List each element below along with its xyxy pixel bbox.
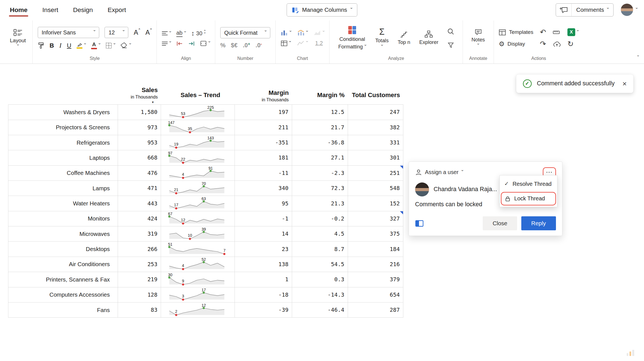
decrease-indent-button[interactable] <box>176 41 183 46</box>
sales-cell[interactable]: 83 <box>118 303 161 317</box>
margin-cell[interactable]: 340 <box>235 181 292 196</box>
row-label-cell[interactable]: Refrigerators <box>8 135 118 150</box>
row-label-cell[interactable]: Washers & Dryers <box>8 105 118 119</box>
customers-cell[interactable]: 327 <box>348 211 403 226</box>
margin-pct-cell[interactable]: 4.5 <box>292 226 348 241</box>
display-button[interactable]: ⚙ Display <box>499 41 525 48</box>
sales-cell[interactable]: 424 <box>118 211 161 226</box>
trend-cell[interactable]: 491 <box>161 166 235 180</box>
margin-cell[interactable]: -11 <box>235 166 292 180</box>
margin-pct-cell[interactable]: -46.4 <box>292 303 348 317</box>
margin-cell[interactable]: 1 <box>235 272 292 287</box>
margin-pct-cell[interactable]: 72.3 <box>292 181 348 196</box>
row-label-cell[interactable]: Laptops <box>8 150 118 165</box>
margin-pct-cell[interactable]: -0.2 <box>292 211 348 226</box>
sales-cell[interactable]: 319 <box>118 226 161 241</box>
trend-cell[interactable]: 19143 <box>161 135 235 150</box>
clear-format-button[interactable]: ˇ <box>120 43 131 48</box>
tab-export[interactable]: Export <box>108 0 126 19</box>
sales-cell[interactable]: 253 <box>118 257 161 272</box>
trend-cell[interactable]: 452 <box>161 257 235 272</box>
decimal-places-button[interactable]: 1.2 <box>314 40 325 46</box>
trend-cell[interactable]: 1763 <box>161 196 235 211</box>
trend-cell[interactable]: 1267 <box>161 211 235 226</box>
account-menu-button[interactable]: ˇ <box>621 4 637 16</box>
margin-cell[interactable]: 23 <box>235 242 292 256</box>
header-margin[interactable]: Margin in Thousands <box>235 89 292 104</box>
trend-cell[interactable]: 1039 <box>161 226 235 241</box>
filter-button[interactable] <box>448 42 454 48</box>
customers-cell[interactable]: 654 <box>348 287 403 302</box>
trend-cell[interactable]: 2297 <box>161 150 235 165</box>
increase-decimal-button[interactable]: .0+ <box>243 42 250 49</box>
bold-button[interactable]: B <box>49 42 54 49</box>
search-button[interactable] <box>447 28 454 35</box>
row-label-cell[interactable]: Printers, Scanners & Fax <box>8 272 118 287</box>
trend-cell[interactable]: 212 <box>161 303 235 317</box>
row-label-cell[interactable]: Coffee Machines <box>8 166 118 180</box>
trend-cell[interactable]: 930 <box>161 272 235 287</box>
area-chart-button[interactable]: ˇ <box>314 30 325 36</box>
notes-button[interactable]: Notes ˇ <box>468 29 489 48</box>
row-label-cell[interactable]: Water Heaters <box>8 196 118 211</box>
thread-more-button[interactable]: ⋯ <box>546 169 553 176</box>
header-margin-pct[interactable]: Margin % <box>292 92 348 105</box>
sales-cell[interactable]: 128 <box>118 287 161 302</box>
sales-cell[interactable]: 1,580 <box>118 105 161 119</box>
tab-design[interactable]: Design <box>73 0 93 19</box>
font-family-select[interactable]: Inforiver Sans ˇ <box>38 27 99 38</box>
italic-button[interactable]: I <box>59 42 61 49</box>
combo-chart-button[interactable]: ˇ <box>297 30 308 36</box>
customers-cell[interactable]: 331 <box>348 135 403 150</box>
customers-cell[interactable]: 251 <box>348 166 403 180</box>
manage-columns-button[interactable]: Manage Columns ˇ <box>287 3 357 17</box>
add-comment-button[interactable] <box>556 4 572 16</box>
conditional-formatting-button[interactable]: Conditional Formattingˇ <box>335 26 370 50</box>
sales-cell[interactable]: 443 <box>118 196 161 211</box>
export-excel-button[interactable]: X ˇ <box>567 28 579 36</box>
customers-cell[interactable]: 301 <box>348 150 403 165</box>
margin-pct-cell[interactable]: 12.5 <box>292 105 348 119</box>
margin-pct-cell[interactable]: 21.3 <box>292 196 348 211</box>
font-size-select[interactable]: 12 ˇ <box>105 27 128 38</box>
trend-cell[interactable]: 35147 <box>161 120 235 135</box>
margin-cell[interactable]: -1 <box>235 211 292 226</box>
bar-chart-button[interactable]: ˇ <box>281 30 292 36</box>
trend-cell[interactable]: 2170 <box>161 181 235 196</box>
margin-pct-cell[interactable]: 54.5 <box>292 257 348 272</box>
quick-format-select[interactable]: Quick Format ˇ <box>220 27 270 38</box>
trend-cell[interactable]: 751 <box>161 242 235 256</box>
trend-cell[interactable]: 317 <box>161 287 235 302</box>
decrease-decimal-button[interactable]: .0- <box>255 42 262 49</box>
margin-cell[interactable]: 197 <box>235 105 292 119</box>
customers-cell[interactable]: 375 <box>348 226 403 241</box>
top-n-button[interactable]: Top n <box>394 31 414 46</box>
row-label-cell[interactable]: Monitors <box>8 211 118 226</box>
sales-cell[interactable]: 953 <box>118 135 161 150</box>
font-color-button[interactable]: A ˇ <box>91 42 100 49</box>
upload-button[interactable] <box>553 41 561 47</box>
currency-format-button[interactable]: $€ <box>231 42 238 49</box>
customers-cell[interactable]: 287 <box>348 303 403 317</box>
totals-button[interactable]: Σ Totals ˇ <box>371 28 392 48</box>
margin-cell[interactable]: 138 <box>235 257 292 272</box>
underline-button[interactable]: U <box>67 42 71 49</box>
margin-cell[interactable]: 95 <box>235 196 292 211</box>
sales-cell[interactable]: 266 <box>118 242 161 256</box>
margin-pct-cell[interactable]: -36.8 <box>292 135 348 150</box>
reply-button[interactable]: Reply <box>521 216 556 230</box>
undo-button[interactable]: ↶ <box>540 29 546 36</box>
comments-button[interactable]: Comments ˇ <box>572 4 613 16</box>
layout-button[interactable]: Layout ˇ <box>8 28 27 49</box>
ruler-button[interactable] <box>553 29 560 35</box>
toast-close-button[interactable]: × <box>620 80 627 87</box>
customers-cell[interactable]: 247 <box>348 105 403 119</box>
borders-button[interactable]: ˇ <box>106 43 115 49</box>
row-label-cell[interactable]: Fans <box>8 303 118 317</box>
sales-sort-indicator[interactable]: ▾ <box>118 100 158 104</box>
customers-cell[interactable]: 216 <box>348 257 403 272</box>
vertical-align-button[interactable]: ˇ <box>162 31 171 35</box>
tab-home[interactable]: Home <box>10 0 27 19</box>
margin-pct-cell[interactable]: 0.3 <box>292 272 348 287</box>
stepper-arrows[interactable]: ˆ ˇ <box>204 31 205 36</box>
